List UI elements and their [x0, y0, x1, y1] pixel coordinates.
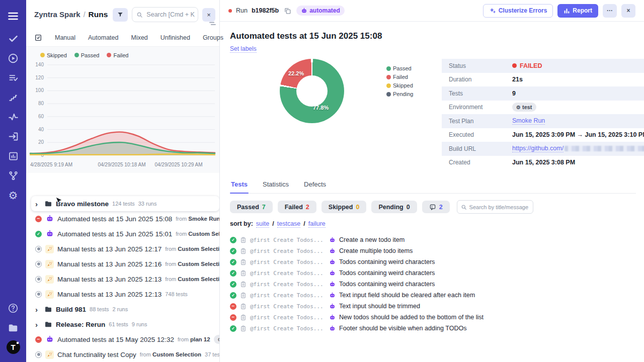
import-icon[interactable]: [3, 127, 23, 146]
more-actions-button[interactable]: ···: [603, 4, 617, 18]
result-filter-chip[interactable]: Failed2: [278, 201, 316, 213]
legend-dot: [107, 53, 111, 57]
runs-search: [132, 7, 198, 22]
x-tick: 04/29/2025 10:18 AM: [98, 162, 145, 167]
check-icon[interactable]: [3, 29, 23, 48]
folder-icon: [44, 200, 52, 208]
test-row[interactable]: @first Create Todos... Todos containing …: [230, 267, 636, 279]
sort-handle-icon[interactable]: [209, 19, 216, 28]
report-box-icon[interactable]: [3, 146, 23, 166]
bar-chart-icon: [564, 8, 570, 14]
automated-badge: automated: [296, 6, 345, 16]
test-row[interactable]: @first Create Todos... Footer should be …: [230, 323, 636, 334]
donut-hole: [296, 75, 328, 107]
tests-search-input[interactable]: [457, 204, 533, 210]
environment-badge: test: [512, 103, 536, 112]
test-row[interactable]: @first Create Todos... New todos should …: [230, 312, 636, 323]
run-type-tab[interactable]: Groups: [203, 34, 223, 41]
breadcrumb-project[interactable]: Zyntra Spark: [34, 10, 80, 19]
run-list-item[interactable]: Chat functinality test Copy from Custom …: [31, 347, 219, 362]
steps-icon[interactable]: [3, 87, 23, 107]
run-detail-tab[interactable]: Defects: [303, 176, 327, 193]
run-list-item[interactable]: Automated tests at 15 Jun 2025 15:01 fro…: [31, 226, 219, 241]
play-circle-icon[interactable]: [3, 48, 23, 68]
run-list-item[interactable]: Manual tests at 13 Jun 2025 12:17 from C…: [31, 241, 219, 256]
test-plan-link[interactable]: Smoke Run: [512, 117, 545, 125]
result-filter-chip[interactable]: Passed7: [230, 201, 273, 213]
topbar-actions: Clusterize Errors Report ··· ×: [483, 4, 635, 18]
report-label: Report: [573, 7, 592, 14]
run-detail-tabs: TestsStatisticsDefects: [230, 176, 636, 194]
run-title: Bravo milestone: [56, 200, 109, 208]
legend-item[interactable]: Failed: [107, 52, 128, 58]
legend-item[interactable]: Skipped: [386, 82, 422, 88]
chip-label: Failed: [285, 204, 303, 211]
result-filter-chip[interactable]: Pending0: [371, 201, 417, 213]
run-detail-tab[interactable]: Statistics: [262, 176, 290, 193]
sort-option-link[interactable]: failure: [308, 220, 326, 228]
activity-icon[interactable]: [3, 107, 23, 127]
from-label: from: [176, 231, 187, 237]
test-row[interactable]: @first Create Todos... Todos containing …: [230, 256, 636, 267]
legend-item[interactable]: Pending: [386, 91, 422, 97]
run-list-item[interactable]: Automated tests at 15 Jun 2025 15:08 fro…: [31, 211, 219, 226]
branch-icon[interactable]: [3, 166, 23, 186]
legend-label: Passed: [393, 65, 412, 71]
detail-label: Environment: [449, 104, 512, 111]
copy-run-id-button[interactable]: [283, 7, 292, 15]
test-row[interactable]: @first Create Todos... Text input should…: [230, 301, 636, 312]
filter-button[interactable]: [113, 8, 128, 22]
run-list-item[interactable]: Manual tests at 13 Jun 2025 12:13 from C…: [31, 272, 219, 287]
run-title: Chat functinality test Copy: [57, 351, 136, 358]
select-runs-icon[interactable]: [34, 34, 42, 42]
run-list-item[interactable]: Manual tests at 13 Jun 2025 12:16 from C…: [31, 256, 219, 272]
app-logo[interactable]: T: [3, 337, 23, 357]
comments-filter-chip[interactable]: 2: [422, 201, 450, 213]
close-run-button[interactable]: ×: [621, 4, 635, 18]
run-type-tab[interactable]: Manual: [55, 34, 75, 41]
help-icon[interactable]: [3, 298, 23, 318]
legend-item[interactable]: Passed: [74, 52, 100, 58]
run-list-item[interactable]: Manual tests at 13 Jun 2025 12:13 from 7…: [31, 287, 219, 302]
test-name: Todos containing weird characters: [339, 281, 435, 288]
legend-label: Failed: [113, 52, 128, 58]
clipboard-icon: [240, 248, 247, 254]
robot-icon: [329, 314, 336, 321]
run-type-tab[interactable]: Unfinished: [160, 34, 190, 41]
legend-label: Failed: [393, 74, 408, 80]
sort-option-link[interactable]: suite: [256, 220, 269, 228]
clusterize-errors-button[interactable]: Clusterize Errors: [483, 4, 553, 18]
sort-option-link[interactable]: testcase: [277, 220, 301, 228]
chip-count: 7: [262, 204, 266, 211]
from-name: Custom Selection: [152, 351, 201, 357]
run-list-item[interactable]: Automated tests at 15 May 2025 12:32 fro…: [31, 332, 219, 347]
test-row[interactable]: @first Create Todos... Text input field …: [230, 290, 636, 301]
legend-item[interactable]: Passed: [386, 65, 422, 71]
menu-icon[interactable]: [3, 6, 23, 26]
report-button[interactable]: Report: [557, 4, 598, 18]
test-row[interactable]: @first Create Todos... Create multiple t…: [230, 245, 636, 256]
run-label: Run: [236, 7, 248, 14]
run-type-tab[interactable]: Mixed: [131, 34, 147, 41]
test-suite: @first Create Todos...: [250, 303, 326, 310]
run-list-item[interactable]: Bravo milestone from 124 tests 33 runs: [31, 196, 219, 211]
from-name: plan 12: [190, 336, 210, 342]
result-filter-chip[interactable]: Skipped0: [321, 201, 367, 213]
legend-item[interactable]: Skipped: [40, 52, 67, 58]
test-row[interactable]: @first Create Todos... Create a new todo…: [230, 234, 636, 245]
sort-option: suite/: [256, 220, 274, 228]
robot-icon: [329, 292, 336, 299]
test-row[interactable]: @first Create Todos... Todos containing …: [230, 279, 636, 290]
test-suite: @first Create Todos...: [250, 292, 326, 299]
run-list-item[interactable]: Release: Rerun from 61 tests 9 runs: [31, 317, 219, 332]
checklist-icon[interactable]: [3, 68, 23, 87]
set-labels-link[interactable]: Set labels: [230, 45, 257, 53]
run-title: Manual tests at 13 Jun 2025 12:16: [57, 260, 162, 268]
legend-item[interactable]: Failed: [386, 74, 422, 80]
run-detail-tab[interactable]: Tests: [230, 176, 249, 193]
gear-icon[interactable]: ⚙: [3, 186, 23, 205]
run-list-item[interactable]: Build 981 from 88 tests 2 runs: [31, 302, 219, 317]
folder-icon[interactable]: [3, 318, 23, 337]
build-url-link[interactable]: https://github.com/: [512, 145, 564, 152]
run-type-tab[interactable]: Automated: [88, 34, 118, 41]
